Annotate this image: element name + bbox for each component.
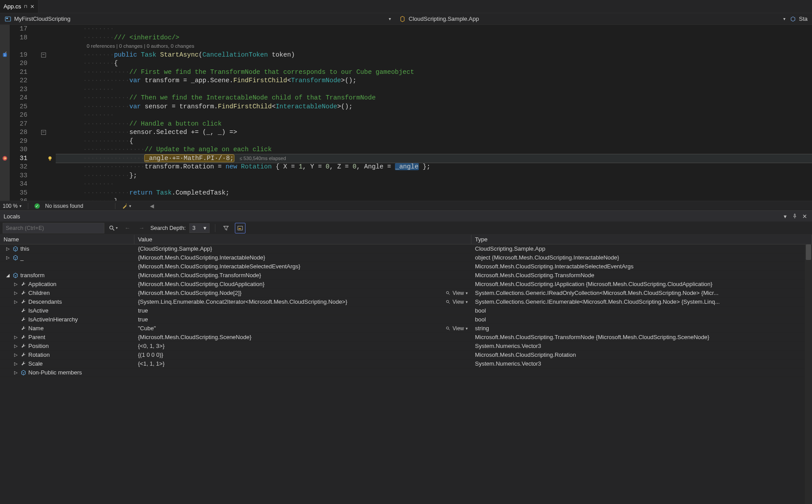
chevron-down-icon: ▾ [389,16,391,21]
row-name: Position [28,343,49,349]
pin-icon[interactable]: ⊓ [24,4,27,9]
breakpoint-gutter[interactable]: i [0,25,10,201]
expander-icon[interactable]: ◢ [5,273,11,278]
fold-gutter[interactable]: −− [31,25,56,201]
locals-row[interactable]: IsActivetruebool [0,306,812,315]
locals-row[interactable]: ▷Parent{Microsoft.Mesh.CloudScripting.Sc… [0,333,812,342]
locals-toolbar: ▾ ← → Search Depth: 3 ▾ [0,221,812,235]
row-type: Microsoft.Mesh.CloudScripting.TransformN… [471,272,812,279]
locals-search-input[interactable] [3,223,104,233]
expander-icon[interactable]: ▷ [5,255,11,260]
row-type: Microsoft.Mesh.CloudScripting.Rotation [471,351,812,358]
symbol-combo[interactable]: CloudScripting.Sample.App ▾ [396,14,788,24]
locals-title-label: Locals [4,213,20,220]
scroll-left-icon[interactable]: ◀ [150,203,154,209]
row-value: {Microsoft.Mesh.CloudScripting.Transform… [138,272,261,279]
project-combo[interactable]: MyFirstCloudScripting ▾ [2,14,394,24]
locals-grid-header[interactable]: Name Value Type [0,235,812,244]
chevron-down-icon: ▾ [129,204,131,208]
locals-row[interactable]: ▷Non-Public members [0,368,812,377]
separator [28,203,28,209]
row-value: {<1, 1, 1>} [138,360,165,367]
locals-panel: Locals ▾ ✕ ▾ ← → Search Depth: 3 ▾ [0,210,812,504]
nav-forward-icon: → [136,223,147,233]
col-type[interactable]: Type [471,235,812,244]
code-lines[interactable]: ················/// <inheritdoc/>0 refer… [56,25,812,201]
fold-toggle[interactable]: − [41,53,46,57]
expander-icon[interactable]: ▷ [13,290,19,295]
scrollbar[interactable] [805,244,812,504]
expander-icon[interactable]: ▷ [13,344,19,348]
zoom-combo[interactable]: 100 % ▾ [3,203,22,209]
row-value: {Microsoft.Mesh.CloudScripting.Interacta… [138,263,300,270]
cleanup-button[interactable]: ▾ [122,203,131,209]
row-name: transform [20,272,45,279]
pin-icon[interactable] [791,212,799,220]
symbol-label: CloudScripting.Sample.App [409,15,479,22]
tab-app-cs[interactable]: App.cs ⊓ ✕ [0,0,38,13]
expander-icon[interactable]: ▷ [13,335,19,340]
locals-row[interactable]: {Microsoft.Mesh.CloudScripting.Interacta… [0,262,812,271]
member-combo[interactable]: Sta [791,14,810,24]
wrench-icon [20,352,27,358]
expander-icon[interactable]: ▷ [13,282,19,286]
locals-row[interactable]: ▷Scale{<1, 1, 1>}System.Numerics.Vector3 [0,359,812,368]
expander-icon[interactable] [13,308,19,313]
expander-icon[interactable]: ▷ [13,361,19,366]
object-icon [20,370,27,376]
locals-row[interactable]: Name"Cube"View▾string [0,324,812,333]
wrench-icon [20,361,27,367]
editor-status-bar: 100 % ▾ ✓ No issues found ▾ ◀ [0,201,812,210]
view-button[interactable]: View▾ [445,299,468,305]
locals-row[interactable]: ▷_{Microsoft.Mesh.CloudScripting.Interac… [0,253,812,262]
svg-rect-6 [49,160,51,161]
expander-icon[interactable]: ▷ [13,352,19,357]
col-name[interactable]: Name [0,235,134,244]
expander-icon[interactable]: ▷ [13,370,19,375]
svg-point-5 [49,157,52,160]
object-icon [12,255,19,261]
row-type: System.Numerics.Vector3 [471,360,812,367]
col-value[interactable]: Value [134,235,471,244]
expander-icon[interactable] [13,326,19,331]
row-value: {Microsoft.Mesh.CloudScripting.Node[2]} [138,290,241,296]
window-position-icon[interactable]: ▾ [781,212,789,220]
locals-row[interactable]: ▷Children{Microsoft.Mesh.CloudScripting.… [0,289,812,298]
locals-row[interactable]: ▷this{CloudScripting.Sample.App}CloudScr… [0,244,812,253]
row-name: this [20,245,29,252]
highlight-mode-icon[interactable] [235,223,245,233]
row-type: System.Collections.Generic.IReadOnlyColl… [471,290,812,296]
project-label: MyFirstCloudScripting [14,15,70,22]
filter-icon[interactable] [221,223,231,233]
locals-row[interactable]: ▷Position{<0, 1, 3>}System.Numerics.Vect… [0,342,812,351]
close-icon[interactable]: ✕ [801,212,808,220]
locals-row[interactable]: ◢transform{Microsoft.Mesh.CloudScripting… [0,271,812,280]
view-button[interactable]: View▾ [445,290,468,296]
code-editor[interactable]: i 17181920212223242526272829303132333435… [0,25,812,201]
wrench-icon [20,308,27,314]
wrench-icon [20,290,27,296]
separator [115,203,115,209]
locals-row[interactable]: ▷Descendants{System.Linq.Enumerable.Conc… [0,298,812,306]
close-icon[interactable]: ✕ [30,4,34,10]
wrench-icon [20,317,27,323]
row-value: true [138,316,148,323]
expander-icon[interactable]: ▷ [13,299,19,304]
view-button[interactable]: View▾ [445,325,468,332]
search-field[interactable] [6,225,101,231]
object-icon [12,246,19,252]
expander-icon[interactable] [5,264,11,269]
nav-back-icon: ← [122,223,133,233]
locals-row[interactable]: ▷Application{Microsoft.Mesh.CloudScripti… [0,280,812,289]
locals-row[interactable]: ▷Rotation{(1 0 0 0)}Microsoft.Mesh.Cloud… [0,351,812,359]
locals-grid-body[interactable]: ▷this{CloudScripting.Sample.App}CloudScr… [0,244,812,504]
fold-toggle[interactable]: − [41,130,46,135]
locals-row[interactable]: IsActiveInHierarchytruebool [0,315,812,324]
expander-icon[interactable]: ▷ [5,246,11,251]
locals-title-bar[interactable]: Locals ▾ ✕ [0,211,812,221]
expander-icon[interactable] [13,317,19,322]
editor-nav-row: MyFirstCloudScripting ▾ CloudScripting.S… [0,13,812,25]
depth-select[interactable]: 3 ▾ [189,223,210,233]
search-icon[interactable]: ▾ [108,223,119,233]
row-name: IsActive [28,307,49,314]
